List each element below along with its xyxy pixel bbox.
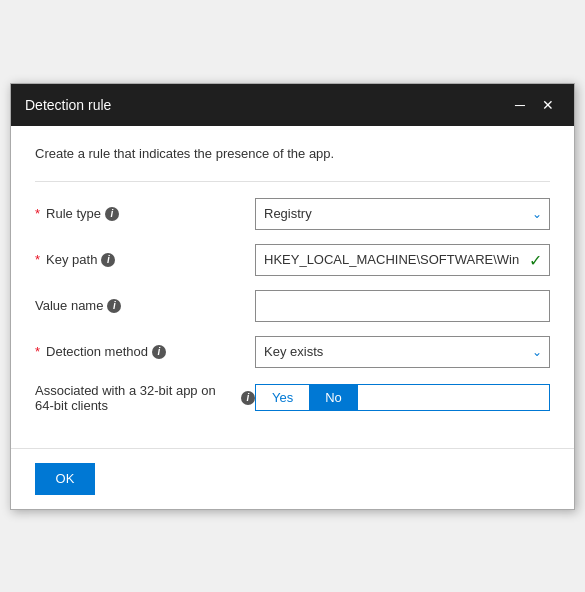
rule-type-select-wrapper: Registry File MSI product code Script ⌄ (255, 198, 550, 230)
value-name-row: Value name i (35, 290, 550, 322)
key-path-input[interactable] (255, 244, 550, 276)
key-path-input-wrapper: ✓ (255, 244, 550, 276)
required-star-2: * (35, 252, 40, 267)
detection-method-control: Key exists Key value exists String compa… (255, 336, 550, 368)
bit-app-label: Associated with a 32-bit app on 64-bit c… (35, 383, 255, 413)
key-path-label: * Key path i (35, 252, 255, 267)
bit-app-control: Yes No (255, 384, 550, 411)
dialog-footer: OK (11, 448, 574, 509)
rule-type-select[interactable]: Registry File MSI product code Script (255, 198, 550, 230)
value-name-input-wrapper (255, 290, 550, 322)
required-star-3: * (35, 344, 40, 359)
value-name-control (255, 290, 550, 322)
rule-type-control: Registry File MSI product code Script ⌄ (255, 198, 550, 230)
detection-method-info-icon: i (152, 345, 166, 359)
rule-type-info-icon: i (105, 207, 119, 221)
titlebar-controls: ─ ✕ (508, 93, 560, 117)
form-section: * Rule type i Registry File MSI product … (35, 181, 550, 414)
rule-type-row: * Rule type i Registry File MSI product … (35, 198, 550, 230)
key-path-control: ✓ (255, 244, 550, 276)
bit-app-row: Associated with a 32-bit app on 64-bit c… (35, 382, 550, 414)
bit-app-info-icon: i (241, 391, 255, 405)
detection-method-label: * Detection method i (35, 344, 255, 359)
detection-method-select-wrapper: Key exists Key value exists String compa… (255, 336, 550, 368)
dialog-title: Detection rule (25, 97, 111, 113)
close-button[interactable]: ✕ (536, 93, 560, 117)
key-path-check-icon: ✓ (529, 250, 542, 269)
key-path-info-icon: i (101, 253, 115, 267)
bit-app-no-button[interactable]: No (309, 385, 358, 410)
form-description: Create a rule that indicates the presenc… (35, 146, 550, 161)
ok-button[interactable]: OK (35, 463, 95, 495)
detection-method-select[interactable]: Key exists Key value exists String compa… (255, 336, 550, 368)
detection-rule-dialog: Detection rule ─ ✕ Create a rule that in… (10, 83, 575, 510)
value-name-info-icon: i (107, 299, 121, 313)
required-star: * (35, 206, 40, 221)
key-path-row: * Key path i ✓ (35, 244, 550, 276)
titlebar: Detection rule ─ ✕ (11, 84, 574, 126)
value-name-input[interactable] (255, 290, 550, 322)
bit-app-yes-button[interactable]: Yes (256, 385, 309, 410)
value-name-label: Value name i (35, 298, 255, 313)
dialog-content: Create a rule that indicates the presenc… (11, 126, 574, 448)
bit-app-toggle-group: Yes No (255, 384, 550, 411)
rule-type-label: * Rule type i (35, 206, 255, 221)
detection-method-row: * Detection method i Key exists Key valu… (35, 336, 550, 368)
minimize-button[interactable]: ─ (508, 93, 532, 117)
